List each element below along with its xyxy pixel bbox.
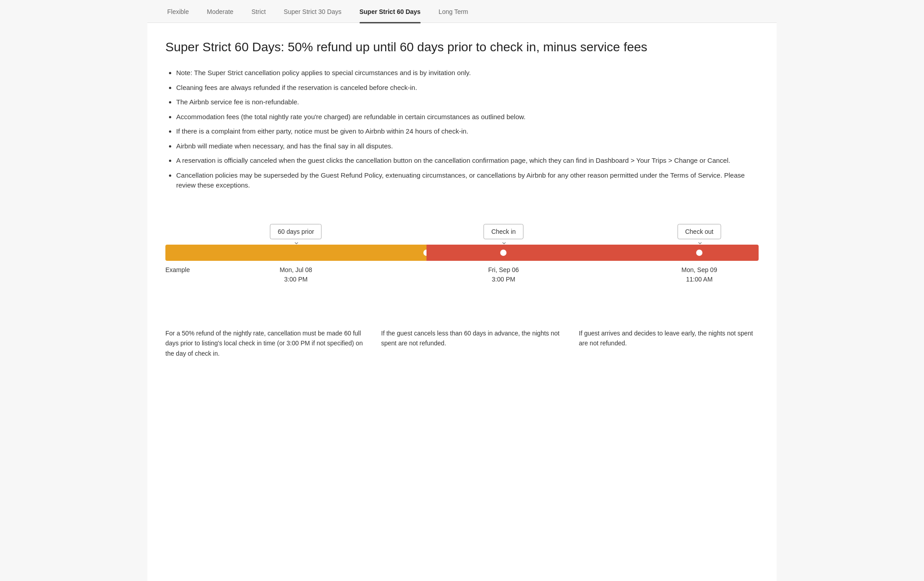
policy-list-item: Cancellation policies may be superseded … xyxy=(176,170,759,191)
policy-list-item: Cleaning fees are always refunded if the… xyxy=(176,83,759,93)
desc-col-1: For a 50% refund of the nightly rate, ca… xyxy=(165,328,363,358)
timeline-section: 60 days prior Check in Check out ⌄ ⌄ ⌄ xyxy=(165,209,759,358)
tab-long-term[interactable]: Long Term xyxy=(430,0,477,22)
tab-super-strict-30[interactable]: Super Strict 30 Days xyxy=(275,0,350,22)
tab-strict[interactable]: Strict xyxy=(242,0,275,22)
example-label: Example xyxy=(165,265,190,275)
tab-flexible[interactable]: Flexible xyxy=(158,0,198,22)
main-content: Super Strict 60 Days: 50% refund up unti… xyxy=(147,23,777,385)
progress-bar xyxy=(165,245,759,261)
bar-red xyxy=(426,245,759,261)
policy-list-item: Accommodation fees (the total nightly ra… xyxy=(176,112,759,122)
dot-checkin xyxy=(500,250,506,256)
date-checkin: Fri, Sep 06 3:00 PM xyxy=(488,265,519,284)
bar-yellow xyxy=(165,245,426,261)
policy-list-item: A reservation is officially canceled whe… xyxy=(176,156,759,166)
date-checkout: Mon, Sep 09 11:00 AM xyxy=(681,265,717,284)
descriptions-row: For a 50% refund of the nightly rate, ca… xyxy=(165,328,759,358)
policy-list: Note: The Super Strict cancellation poli… xyxy=(165,68,759,191)
tab-moderate[interactable]: Moderate xyxy=(198,0,242,22)
policy-list-item: Airbnb will mediate when necessary, and … xyxy=(176,141,759,152)
desc-col-2: If the guest cancels less than 60 days i… xyxy=(381,328,561,358)
tab-super-strict-60[interactable]: Super Strict 60 Days xyxy=(351,0,430,22)
policy-list-item: If there is a complaint from either part… xyxy=(176,126,759,137)
dot-checkout xyxy=(696,250,702,256)
policy-list-item: The Airbnb service fee is non-refundable… xyxy=(176,97,759,107)
tab-navigation: FlexibleModerateStrictSuper Strict 30 Da… xyxy=(147,0,777,23)
page-title: Super Strict 60 Days: 50% refund up unti… xyxy=(165,39,759,55)
date-60days: Mon, Jul 08 3:00 PM xyxy=(280,265,312,284)
policy-list-item: Note: The Super Strict cancellation poli… xyxy=(176,68,759,78)
desc-col-3: If guest arrives and decides to leave ea… xyxy=(579,328,759,358)
